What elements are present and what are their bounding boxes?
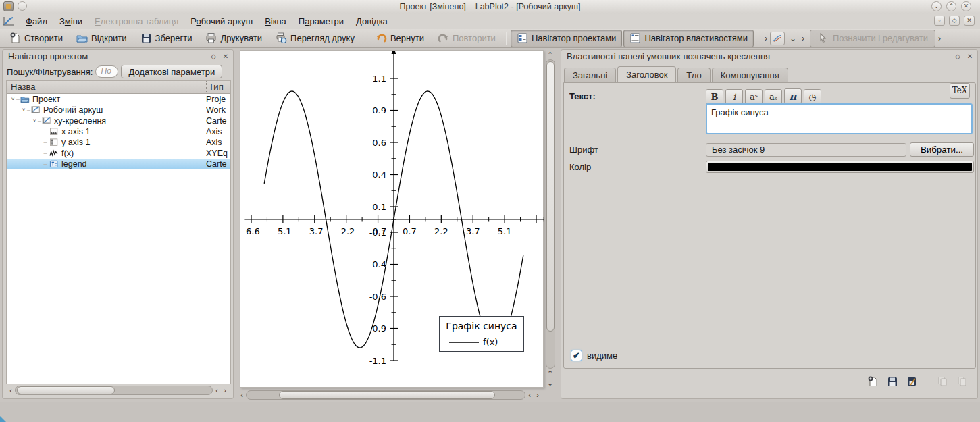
window-title: Проект [Змінено] – LabPlot2 - [Робочий а…	[0, 2, 980, 11]
scroll-left-icon[interactable]: ‹	[238, 390, 246, 400]
toolbar-separator	[506, 32, 507, 45]
subscript-button[interactable]: aₛ	[765, 89, 782, 105]
tab-Компонування[interactable]: Компонування	[712, 68, 788, 83]
resize-corner[interactable]	[0, 416, 6, 422]
new-document-button[interactable]	[865, 374, 881, 390]
svg-text:0.7: 0.7	[403, 226, 417, 236]
scroll-left-icon[interactable]: ‹	[525, 390, 534, 400]
menu-7[interactable]: Довідка	[350, 15, 394, 28]
tree-row--[interactable]: ˅–ху-кресленняCarte	[7, 115, 230, 126]
title-text-input[interactable]: Графік синуса	[706, 103, 973, 134]
dock-close-icon[interactable]: ✕	[965, 52, 975, 61]
window-titlebar[interactable]: Проект [Змінено] – LabPlot2 - [Робочий а…	[0, 0, 980, 14]
undo-arrow-button[interactable]: Вернути	[369, 30, 430, 47]
tree-header[interactable]: Назва Тип	[7, 81, 230, 94]
tree-row-x-axis-1[interactable]: –x axis 1Axis	[7, 126, 230, 137]
italic-button[interactable]: i	[725, 89, 743, 105]
column-name[interactable]: Назва	[7, 81, 206, 93]
mdi-close-button[interactable]: ✕	[964, 16, 975, 26]
save-floppy-button[interactable]: Зберегти	[134, 30, 199, 47]
scroll-up-icon[interactable]: ⌃	[546, 50, 555, 59]
toolbar-overflow-icon[interactable]: ›	[762, 34, 770, 43]
save-floppy-button[interactable]	[884, 374, 901, 390]
color-label: Колір	[569, 162, 591, 172]
advanced-options-button[interactable]: Додаткові параметри	[121, 65, 222, 78]
tree-row-f-x-[interactable]: –f(x)XYEq	[7, 148, 230, 159]
tree-row-y-axis-1[interactable]: –y axis 1Axis	[7, 137, 230, 148]
print-preview-button[interactable]: Перегляд друку	[269, 30, 361, 47]
toolbar-overflow-icon[interactable]: ›	[799, 34, 807, 43]
chevron-down-icon[interactable]: ⌄	[787, 34, 799, 43]
dock-float-icon[interactable]: ◇	[953, 52, 962, 61]
new-document-button[interactable]: Створити	[3, 30, 69, 47]
svg-text:-3.7: -3.7	[306, 226, 323, 236]
tree-row-legend[interactable]: –legendCarte	[7, 159, 230, 169]
tree-row--[interactable]: ˅–Робочий аркушWork	[7, 105, 230, 115]
expander-icon[interactable]: ˅	[9, 94, 16, 105]
tab-Заголовок[interactable]: Заголовок	[617, 66, 676, 83]
tree-item-label: Робочий аркуш	[43, 105, 103, 115]
scroll-up-icon[interactable]: ⌃	[546, 369, 555, 378]
printer-button[interactable]: Друкувати	[199, 30, 268, 47]
scroll-thumb[interactable]	[546, 61, 555, 332]
scroll-right-icon[interactable]: ›	[221, 386, 229, 395]
toolbar-overflow-icon[interactable]: ›	[935, 34, 944, 43]
worksheet-icon	[31, 106, 41, 115]
scroll-thumb[interactable]	[279, 391, 495, 399]
font-field[interactable]: Без засічок 9	[706, 143, 906, 157]
scroll-right-icon[interactable]: ›	[534, 390, 542, 400]
dock-float-icon[interactable]: ◇	[209, 52, 218, 61]
save-edit-button[interactable]	[904, 374, 921, 390]
tex-button[interactable]: TeX	[950, 83, 970, 99]
maximize-button[interactable]: ⌃	[946, 1, 956, 11]
datetime-button[interactable]: ◷	[804, 89, 821, 105]
color-button[interactable]	[706, 161, 974, 173]
tab-Загальні[interactable]: Загальні	[564, 68, 616, 83]
project-tree-hscrollbar[interactable]: ‹ ‹ ›	[7, 386, 229, 395]
close-button[interactable]: ✕	[961, 1, 971, 11]
superscript-button[interactable]: aˢ	[745, 89, 763, 105]
svg-text:-0.1: -0.1	[369, 228, 386, 238]
tree-item-type: XYEq	[206, 148, 230, 159]
menu-4[interactable]: Робочий аркуш	[184, 15, 259, 28]
column-type[interactable]: Тип	[206, 81, 230, 93]
mdi-restore-button[interactable]: ▫	[934, 16, 945, 26]
y-axis-icon	[49, 138, 59, 147]
math-symbols-button[interactable]: π	[784, 88, 802, 104]
open-folder-button[interactable]: Відкрити	[70, 30, 133, 47]
properties-dock: Властивості панелі умовних позначень кре…	[561, 49, 978, 399]
svg-text:0.4: 0.4	[372, 169, 386, 180]
menu-6[interactable]: Параметри	[292, 15, 350, 28]
expander-icon[interactable]: ˅	[31, 115, 38, 126]
worksheet-vscrollbar[interactable]: ⌃ ⌃ ⌄	[545, 50, 555, 388]
dock-close-icon[interactable]: ✕	[221, 52, 230, 61]
add-curve-button[interactable]	[770, 32, 785, 45]
plot-legend[interactable]: Графік синусаf(x)	[440, 317, 523, 352]
tree-item-type: Work	[206, 105, 230, 115]
expander-icon[interactable]: ˅	[20, 105, 27, 115]
minimize-button[interactable]: ⌄	[931, 1, 942, 11]
visible-checkbox[interactable]: ✔	[571, 350, 582, 361]
tab-Тло[interactable]: Тло	[677, 68, 710, 83]
toolbar-separator	[758, 32, 758, 45]
properties-explorer-button[interactable]: Навігатор властивостями	[623, 30, 754, 47]
menu-1[interactable]: Файл	[20, 15, 53, 28]
worksheet-hscrollbar[interactable]: ‹ ‹ ›	[238, 390, 542, 400]
mdi-float-button[interactable]: ◇	[949, 16, 960, 26]
new-document-icon	[867, 376, 879, 388]
project-explorer-button[interactable]: Навігатор проектами	[511, 30, 623, 47]
plot-canvas[interactable]: -6.6-5.1-3.7-2.2-0.70.72.23.75.1-1.1-0.9…	[240, 50, 544, 388]
bold-button[interactable]: B	[706, 89, 723, 105]
scroll-thumb[interactable]	[17, 386, 115, 394]
text-label: Текст:	[569, 91, 596, 101]
menu-2[interactable]: Зміни	[53, 15, 88, 28]
search-input[interactable]: По	[95, 65, 118, 78]
tree-row--[interactable]: ˅–ПроектProje	[7, 94, 230, 105]
scroll-left-icon[interactable]: ‹	[213, 386, 221, 395]
font-select-button[interactable]: Вибрати...	[910, 142, 974, 157]
copy-icon	[937, 376, 948, 388]
statusbar	[0, 402, 980, 422]
menu-5[interactable]: Вікна	[259, 15, 292, 28]
scroll-down-icon[interactable]: ⌄	[546, 378, 555, 388]
scroll-left-icon[interactable]: ‹	[7, 386, 15, 395]
